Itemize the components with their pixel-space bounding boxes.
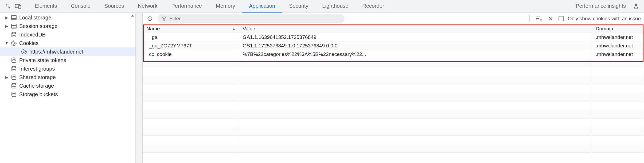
table-row-empty	[143, 152, 644, 161]
cookies-toolbar: Only show cookies with an issue	[143, 13, 644, 25]
tab-recorder[interactable]: Recorder	[355, 0, 391, 13]
svg-point-7	[13, 44, 14, 44]
svg-point-13	[12, 66, 16, 68]
devtools-tabstrip: Elements Console Sources Network Perform…	[0, 0, 644, 13]
table-row-empty	[143, 127, 644, 135]
column-header-domain[interactable]: Domain	[592, 25, 644, 33]
tree-item[interactable]: Interest groups	[0, 64, 135, 73]
svg-point-12	[12, 58, 16, 59]
cookies-panel: Only show cookies with an issue Name ▲ V…	[143, 13, 644, 163]
only-issues-label: Only show cookies with an issue	[568, 16, 641, 22]
chevron-right-icon[interactable]: ▶	[5, 75, 9, 79]
svg-point-6	[13, 42, 13, 43]
cell-value: GA1.1.1639641352.1725376849	[239, 33, 592, 42]
tree-item[interactable]: ▶Local storage	[0, 13, 135, 22]
table-row-empty	[143, 118, 644, 127]
db-table-icon	[11, 14, 17, 21]
table-row[interactable]: _gaGA1.1.1639641352.1725376849.mhwelande…	[143, 33, 644, 42]
db-icon	[11, 31, 17, 38]
table-row-empty	[143, 135, 644, 144]
tree-item[interactable]: Cache storage	[0, 82, 135, 90]
table-row[interactable]: cc_cookie%7B%22categories%22%3A%5B%22nec…	[143, 50, 644, 59]
table-row-empty	[143, 67, 644, 76]
svg-point-14	[12, 75, 16, 76]
inspect-element-icon[interactable]	[4, 2, 13, 11]
column-header-value[interactable]: Value	[239, 25, 592, 33]
clear-all-button[interactable]	[547, 15, 555, 23]
svg-point-15	[12, 83, 16, 85]
tree-item[interactable]: https://mhwelander.net	[0, 47, 135, 56]
sort-asc-icon: ▲	[232, 27, 236, 31]
svg-rect-2	[19, 5, 21, 9]
toolbar-separator	[529, 15, 530, 22]
tree-item-label: https://mhwelander.net	[29, 49, 83, 55]
table-row-empty	[143, 76, 644, 84]
tree-item[interactable]: IndexedDB	[0, 30, 135, 39]
cell-value: %7B%22categories%22%3A%5B%22necessary%22…	[239, 50, 592, 59]
tab-lighthouse[interactable]: Lighthouse	[315, 0, 355, 13]
storage-tree-panel: ▶Local storage▶Session storageIndexedDB▼…	[0, 13, 136, 163]
tab-sources[interactable]: Sources	[97, 0, 131, 13]
cell-domain: .mhwelander.net	[592, 33, 644, 42]
tree-item-label: Shared storage	[19, 74, 56, 80]
filter-field[interactable]	[158, 14, 345, 23]
tree-item-label: Session storage	[19, 23, 57, 29]
table-row-empty	[143, 93, 644, 101]
db-icon	[11, 74, 17, 80]
device-toolbar-icon[interactable]	[13, 2, 23, 11]
tab-memory[interactable]: Memory	[209, 0, 242, 13]
db-icon	[11, 57, 17, 63]
svg-point-9	[23, 51, 23, 51]
db-icon	[11, 91, 17, 97]
clear-filter-button[interactable]	[535, 15, 543, 23]
table-row-empty	[143, 59, 644, 67]
cell-name: _ga_ZG72YM767T	[143, 42, 239, 50]
svg-point-11	[25, 52, 25, 52]
tab-network[interactable]: Network	[131, 0, 164, 13]
svg-point-8	[14, 43, 15, 44]
tree-item-label: Storage buckets	[19, 91, 58, 97]
tree-item[interactable]: ▶Session storage	[0, 22, 135, 30]
svg-point-10	[23, 52, 24, 53]
tab-security[interactable]: Security	[282, 0, 315, 13]
only-issues-checkbox[interactable]	[559, 16, 564, 21]
cell-name: _ga	[143, 33, 239, 42]
tree-item-label: Private state tokens	[19, 57, 66, 63]
filter-input[interactable]	[169, 16, 340, 22]
table-row-empty	[143, 144, 644, 152]
table-row-empty	[143, 84, 644, 93]
tab-elements[interactable]: Elements	[28, 0, 64, 13]
tree-item[interactable]: Storage buckets	[0, 90, 135, 99]
tree-item-label: Cookies	[19, 40, 38, 46]
chevron-right-icon[interactable]: ▶	[5, 24, 9, 28]
column-header-name[interactable]: Name ▲	[143, 25, 239, 33]
tree-item[interactable]: ▶Shared storage	[0, 73, 135, 82]
chevron-right-icon[interactable]: ▶	[5, 15, 9, 20]
tree-item-label: Cache storage	[19, 83, 54, 89]
svg-point-5	[12, 32, 16, 34]
experiments-icon[interactable]	[633, 3, 639, 9]
cookie-icon	[21, 48, 27, 55]
svg-point-16	[12, 92, 16, 93]
db-table-icon	[11, 23, 17, 29]
tree-item-label: Local storage	[19, 15, 51, 21]
cell-name: cc_cookie	[143, 50, 239, 59]
cookie-icon	[11, 40, 17, 46]
tab-performance[interactable]: Performance	[165, 0, 209, 13]
tab-application[interactable]: Application	[242, 0, 282, 13]
tree-item[interactable]: Private state tokens	[0, 56, 135, 64]
tree-item[interactable]: ▼Cookies	[0, 39, 135, 47]
tree-item-label: IndexedDB	[19, 32, 46, 38]
panel-resizer[interactable]	[136, 13, 143, 163]
tab-console[interactable]: Console	[64, 0, 97, 13]
table-row-empty	[143, 101, 644, 110]
cell-value: GS1.1.1725376849.1.0.1725376849.0.0.0	[239, 42, 592, 50]
tree-item-label: Interest groups	[19, 66, 55, 72]
cell-domain: .mhwelander.net	[592, 42, 644, 50]
scroll-up-indicator[interactable]	[130, 14, 135, 17]
tab-performance-insights[interactable]: Performance insights	[576, 3, 629, 10]
chevron-down-icon[interactable]: ▼	[5, 41, 9, 45]
filter-icon	[162, 16, 167, 21]
table-row[interactable]: _ga_ZG72YM767TGS1.1.1725376849.1.0.17253…	[143, 42, 644, 50]
refresh-button[interactable]	[146, 15, 154, 23]
